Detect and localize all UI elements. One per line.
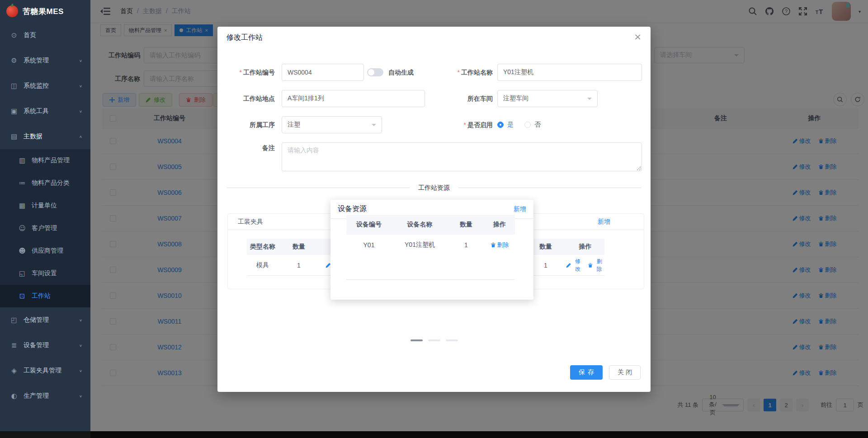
equipment-row: Y01 Y01注塑机 1 删除 [346, 235, 515, 255]
carousel-dash-2[interactable] [428, 339, 440, 341]
brand-name: 苦糖果MES [23, 6, 64, 17]
chevron-icon: ∨ [79, 109, 82, 113]
process-select[interactable]: 注塑 [282, 116, 382, 133]
sidebar-nav: ⊙首页⚙系统管理∨◫系统监控∨▣系统工具∨▤主数据∧▥物料产品管理≔物料产品分类… [0, 23, 90, 409]
brand: 苦糖果MES [0, 0, 90, 23]
equipment-delete-link[interactable]: 删除 [491, 241, 509, 249]
sidebar-item-material-product-mgmt[interactable]: ▥物料产品管理 [0, 149, 90, 172]
chevron-icon: ∨ [79, 369, 82, 373]
chevron-icon: ∧ [79, 135, 82, 139]
sidebar-item-customer-mgmt[interactable]: ☺客户管理 [0, 217, 90, 240]
name-input[interactable] [497, 64, 642, 81]
chevron-down-icon [372, 124, 376, 126]
equip-col-op: 操作 [484, 221, 515, 229]
save-button[interactable]: 保存 [570, 365, 603, 380]
fixture-mgmt-icon: ◈ [10, 367, 18, 375]
chevron-icon: ∨ [79, 318, 82, 322]
workshop-settings-icon: ◱ [18, 269, 26, 278]
equipment-table: 设备编号 设备名称 数量 操作 Y01 Y01注塑机 1 删除 [346, 215, 515, 255]
sidebar-item-system-mgmt[interactable]: ⚙系统管理∨ [0, 48, 90, 73]
sidebar-item-home[interactable]: ⊙首页 [0, 23, 90, 48]
sidebar: 苦糖果MES ⊙首页⚙系统管理∨◫系统监控∨▣系统工具∨▤主数据∧▥物料产品管理… [0, 0, 90, 438]
chevron-icon: ∨ [79, 84, 82, 88]
location-input[interactable] [282, 90, 425, 107]
radio-yes[interactable]: 是 [497, 121, 514, 129]
equipment-add-link[interactable]: 新增 [514, 205, 526, 213]
equipment-mgmt-icon: ≣ [10, 341, 18, 349]
right-col-op: 操作 [566, 243, 604, 251]
system-monitor-icon: ◫ [10, 82, 18, 90]
right-edit-link[interactable]: 修改 [566, 258, 583, 273]
system-mgmt-icon: ⚙ [10, 57, 18, 65]
home-icon: ⊙ [10, 31, 18, 39]
section-title: 工作站资源 [217, 184, 651, 192]
material-product-mgmt-icon: ▥ [18, 156, 26, 165]
sidebar-item-master-data[interactable]: ▤主数据∧ [0, 124, 90, 149]
code-input[interactable] [282, 64, 364, 81]
name-label: *工作站名称 [434, 64, 493, 81]
sidebar-item-system-monitor[interactable]: ◫系统监控∨ [0, 73, 90, 99]
sidebar-item-fixture-mgmt[interactable]: ◈工装夹具管理∨ [0, 358, 90, 383]
workstation-icon: ⊡ [18, 292, 26, 300]
app-root: 苦糖果MES ⊙首页⚙系统管理∨◫系统监控∨▣系统工具∨▤主数据∧▥物料产品管理… [0, 0, 868, 438]
sidebar-item-measure-unit[interactable]: ▦计量单位 [0, 194, 90, 217]
brand-logo-icon [6, 5, 18, 17]
auto-generate-toggle[interactable] [367, 68, 383, 76]
location-label: 工作站地点 [217, 90, 275, 107]
sidebar-item-equipment-mgmt[interactable]: ≣设备管理∨ [0, 333, 90, 358]
fixture-add-link[interactable]: 新增 [598, 218, 610, 226]
dialog-title: 修改工作站 [226, 33, 263, 42]
measure-unit-icon: ▦ [18, 202, 26, 210]
panel-carousel [217, 339, 651, 341]
sidebar-item-workshop-settings[interactable]: ◱车间设置 [0, 262, 90, 285]
equip-col-qty: 数量 [448, 221, 484, 229]
system-tools-icon: ▣ [10, 107, 18, 115]
auto-generate-label: 自动生成 [388, 64, 414, 81]
radio-icon [497, 122, 504, 128]
table-divider [346, 279, 515, 280]
carousel-dash-1[interactable] [410, 339, 423, 341]
enabled-radio-group: 是 否 [497, 116, 541, 133]
sidebar-item-workstation[interactable]: ⊡工作站 [0, 285, 90, 307]
chevron-icon: ∨ [79, 394, 82, 398]
chevron-icon: ∨ [79, 59, 82, 63]
sidebar-item-production-mgmt[interactable]: ◐生产管理∨ [0, 383, 90, 409]
warehouse-mgmt-icon: ◰ [10, 316, 18, 324]
equipment-popup-title: 设备资源 [338, 204, 367, 214]
sidebar-item-system-tools[interactable]: ▣系统工具∨ [0, 99, 90, 124]
right-delete-link[interactable]: 删除 [588, 258, 605, 273]
customer-mgmt-icon: ☺ [18, 224, 26, 232]
edit-icon [566, 263, 571, 268]
equipment-popup: 设备资源 新增 设备编号 设备名称 数量 操作 Y01 Y01注塑机 1 删除 [330, 200, 533, 300]
fixture-col-qty: 数量 [278, 243, 319, 251]
remark-textarea[interactable] [282, 142, 642, 171]
trash-icon [491, 242, 496, 248]
radio-no[interactable]: 否 [524, 121, 541, 129]
edit-workstation-dialog: 修改工作站 × *工作站编号 自动生成 *工作站名称 工作站地点 所在车间 注塑… [217, 27, 651, 392]
master-data-icon: ▤ [10, 132, 18, 141]
carousel-dash-3[interactable] [446, 339, 458, 341]
fixture-panel-title: 工装夹具 [238, 218, 263, 226]
workshop-select[interactable]: 注塑车间 [497, 90, 598, 107]
resize-handle[interactable] [637, 166, 641, 170]
equip-col-name: 设备名称 [392, 221, 448, 229]
code-label: *工作站编号 [217, 64, 275, 81]
sidebar-item-warehouse-mgmt[interactable]: ◰仓储管理∨ [0, 307, 90, 333]
radio-icon [524, 122, 531, 128]
equip-col-code: 设备编号 [346, 221, 392, 229]
close-icon[interactable]: × [634, 31, 642, 42]
trash-icon [588, 263, 593, 268]
sidebar-item-material-product-category[interactable]: ≔物料产品分类 [0, 172, 90, 194]
enabled-label: *是否启用 [434, 116, 493, 133]
chevron-icon: ∨ [79, 344, 82, 348]
process-label: 所属工序 [217, 116, 275, 133]
sidebar-item-supplier-mgmt[interactable]: ☻供应商管理 [0, 240, 90, 262]
workshop-label: 所在车间 [434, 90, 493, 107]
material-product-category-icon: ≔ [18, 179, 26, 187]
production-mgmt-icon: ◐ [10, 392, 18, 400]
supplier-mgmt-icon: ☻ [18, 247, 26, 255]
chevron-down-icon [587, 98, 592, 100]
dialog-footer: 保存 关闭 [570, 365, 641, 380]
close-button[interactable]: 关闭 [609, 365, 641, 380]
fixture-col-type: 类型名称 [247, 243, 278, 251]
